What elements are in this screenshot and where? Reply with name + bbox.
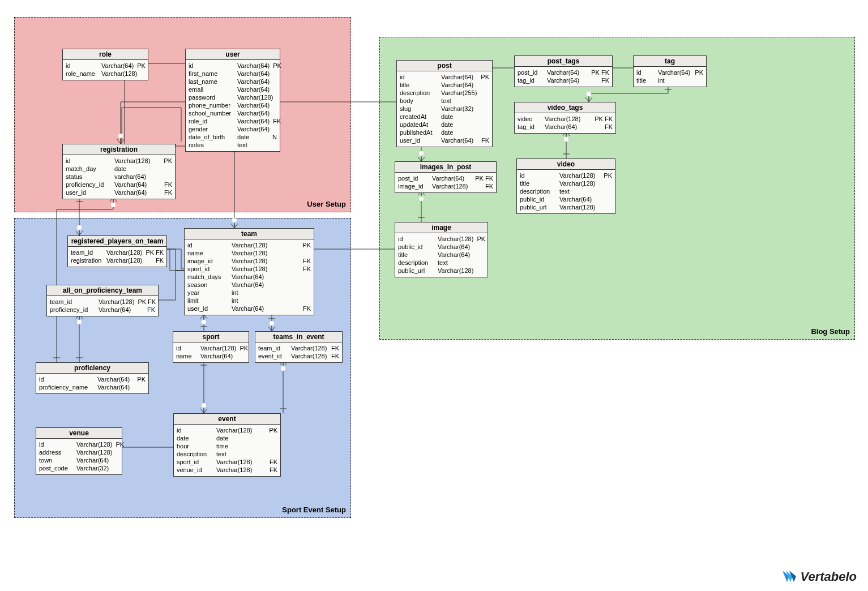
table-images-in-post: images_in_post post_idVarchar(64)PK FK i… xyxy=(395,161,497,193)
vertabelo-logo: Vertabelo xyxy=(781,569,857,584)
table-teams-in-event-title: teams_in_event xyxy=(255,332,342,342)
region-user-setup-label: User Setup xyxy=(307,200,346,208)
table-registration-title: registration xyxy=(63,144,175,155)
table-post-tags-title: post_tags xyxy=(515,56,612,67)
table-proficiency: proficiency idVarchar(64)PK proficiency_… xyxy=(36,362,149,394)
table-team-title: team xyxy=(185,229,314,239)
table-team: team idVarchar(128)PK nameVarchar(128) i… xyxy=(184,228,314,315)
vertabelo-logo-icon xyxy=(781,569,797,584)
region-blog-setup-label: Blog Setup xyxy=(811,327,850,336)
table-event: event idVarchar(128)PK datedate hourtime… xyxy=(173,413,281,477)
table-image: image idVarchar(128)PK public_idVarchar(… xyxy=(395,222,488,277)
table-images-in-post-title: images_in_post xyxy=(395,162,496,173)
table-video-title: video xyxy=(517,159,615,170)
table-user: user idVarchar(64)PK first_nameVarchar(6… xyxy=(185,49,280,152)
table-tag: tag idVarchar(64)PK titleint xyxy=(633,55,707,87)
table-venue: venue idVarchar(128)PK addressVarchar(12… xyxy=(36,427,122,475)
region-sport-setup-label: Sport Event Setup xyxy=(282,506,346,514)
table-role: role idVarchar(64)PK role_nameVarchar(12… xyxy=(62,49,148,80)
table-rpot-title: registered_players_on_team xyxy=(68,236,166,247)
table-registered-players-on-team: registered_players_on_team team_idVarcha… xyxy=(67,235,167,267)
table-venue-title: venue xyxy=(36,428,122,439)
table-sport-title: sport xyxy=(173,332,249,342)
table-post-tags: post_tags post_idVarchar(64)PK FK tag_id… xyxy=(514,55,613,87)
table-user-title: user xyxy=(186,49,280,60)
table-video-tags-title: video_tags xyxy=(515,102,615,113)
table-proficiency-title: proficiency xyxy=(36,363,148,374)
vertabelo-logo-text: Vertabelo xyxy=(801,569,857,584)
table-post-title: post xyxy=(397,61,492,71)
table-video: video idVarchar(128)PK titleVarchar(128)… xyxy=(516,159,615,214)
table-aopt-title: all_on_proficiency_team xyxy=(47,285,158,296)
table-image-title: image xyxy=(395,222,488,233)
table-tag-title: tag xyxy=(634,56,706,67)
table-all-on-proficiency-team: all_on_proficiency_team team_idVarchar(1… xyxy=(46,285,159,316)
table-post: post idVarchar(64)PK titleVarchar(64) de… xyxy=(396,60,493,147)
table-registration: registration idVarchar(128)PK match_dayd… xyxy=(62,144,176,199)
table-event-title: event xyxy=(174,414,280,425)
table-video-tags: video_tags videoVarchar(128)PK FK tag_id… xyxy=(514,102,616,134)
table-sport: sport idVarchar(128)PK nameVarchar(64) xyxy=(173,331,249,363)
table-role-title: role xyxy=(63,49,148,60)
table-teams-in-event: teams_in_event team_idVarchar(128)FK eve… xyxy=(255,331,343,363)
